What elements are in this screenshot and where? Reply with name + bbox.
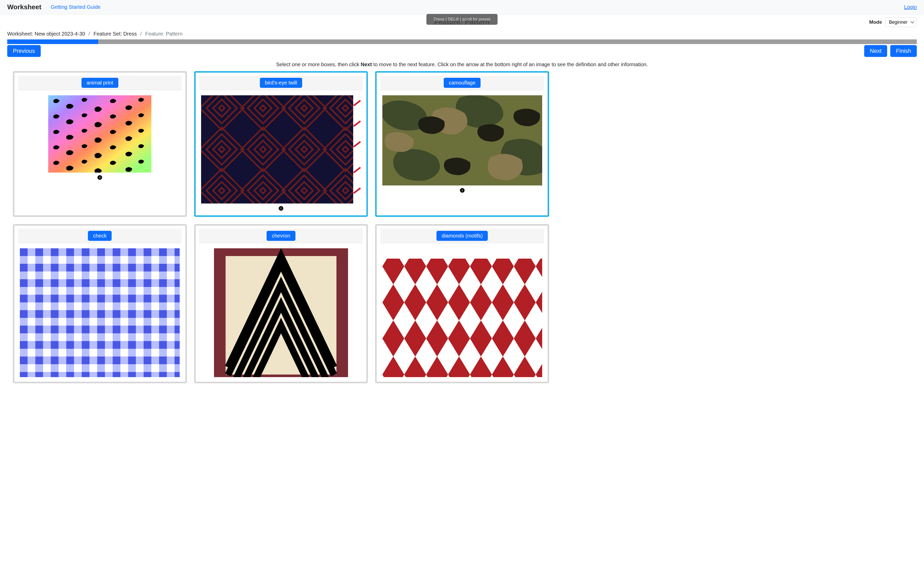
swatch-chevron — [214, 248, 348, 377]
tag-check[interactable]: check — [88, 231, 111, 241]
card-header: diamonds (motifs) — [380, 229, 544, 243]
card-header: camouflage — [380, 76, 544, 90]
finish-button[interactable]: Finish — [890, 45, 917, 57]
progress-bar — [7, 39, 917, 44]
card-animal-print[interactable]: animal print — [13, 71, 187, 217]
brand: Worksheet — [7, 3, 41, 11]
card-header: bird's-eye twill — [199, 76, 363, 90]
card-chevron[interactable]: chevron — [194, 224, 368, 383]
swatch-birds-eye-twill — [201, 95, 361, 203]
breadcrumb: Worksheet: New object 2023-4-30 / Featur… — [0, 26, 924, 39]
breadcrumb-sep: / — [138, 31, 144, 37]
tag-animal-print[interactable]: animal print — [81, 78, 118, 88]
tag-camouflage[interactable]: camouflage — [444, 78, 481, 88]
previous-button[interactable]: Previous — [7, 45, 41, 57]
info-icon[interactable]: i — [460, 188, 465, 193]
card-header: chevron — [199, 229, 363, 243]
info-icon[interactable]: i — [279, 206, 283, 211]
breadcrumb-current: Feature: Pattern — [145, 31, 183, 37]
instruction-text: Select one or more boxes, then click Nex… — [0, 58, 924, 71]
instruction-pre: Select one or more boxes, then click — [276, 61, 361, 67]
tag-diamonds-motifs[interactable]: diamonds (motifs) — [436, 231, 488, 241]
card-diamonds-motifs[interactable]: diamonds (motifs) — [375, 224, 549, 383]
navbar: Worksheet Getting Started Guide Login — [0, 0, 924, 15]
next-button[interactable]: Next — [864, 45, 887, 57]
info-icon[interactable]: i — [97, 175, 102, 180]
svg-rect-17 — [20, 248, 180, 377]
toast-notification: Dress | DEL® | scroll for preset — [426, 14, 498, 25]
pattern-grid: animal print — [0, 71, 562, 393]
svg-rect-19 — [226, 256, 336, 374]
svg-rect-22 — [382, 259, 542, 377]
tag-chevron[interactable]: chevron — [267, 231, 295, 241]
breadcrumb-worksheet[interactable]: Worksheet: New object 2023-4-30 — [7, 31, 85, 37]
swatch-camouflage — [382, 95, 542, 185]
instruction-bold: Next — [361, 61, 372, 67]
swatch-check — [20, 248, 180, 377]
card-birds-eye-twill[interactable]: bird's-eye twill — [194, 71, 368, 217]
svg-rect-0 — [48, 95, 151, 172]
card-header: animal print — [18, 76, 182, 90]
progress-fill — [7, 39, 98, 44]
tag-birds-eye-twill[interactable]: bird's-eye twill — [260, 78, 302, 88]
breadcrumb-featureset[interactable]: Feature Set: Dress — [94, 31, 137, 37]
button-row: Previous Next Finish — [0, 44, 924, 58]
mode-block: Mode Beginner — [869, 17, 917, 27]
getting-started-link[interactable]: Getting Started Guide — [50, 4, 100, 10]
card-header: check — [18, 229, 182, 243]
swatch-diamonds — [382, 248, 542, 377]
instruction-post: to move to the next feature. Click on th… — [372, 61, 648, 67]
card-camouflage[interactable]: camouflage — [375, 71, 549, 217]
login-link[interactable]: Login — [904, 4, 917, 10]
mode-select[interactable]: Beginner — [885, 17, 917, 27]
swatch-animal-print — [48, 95, 151, 172]
svg-rect-6 — [353, 95, 361, 203]
breadcrumb-sep: / — [87, 31, 92, 37]
card-check[interactable]: check — [13, 224, 187, 383]
mode-label: Mode — [869, 19, 882, 25]
